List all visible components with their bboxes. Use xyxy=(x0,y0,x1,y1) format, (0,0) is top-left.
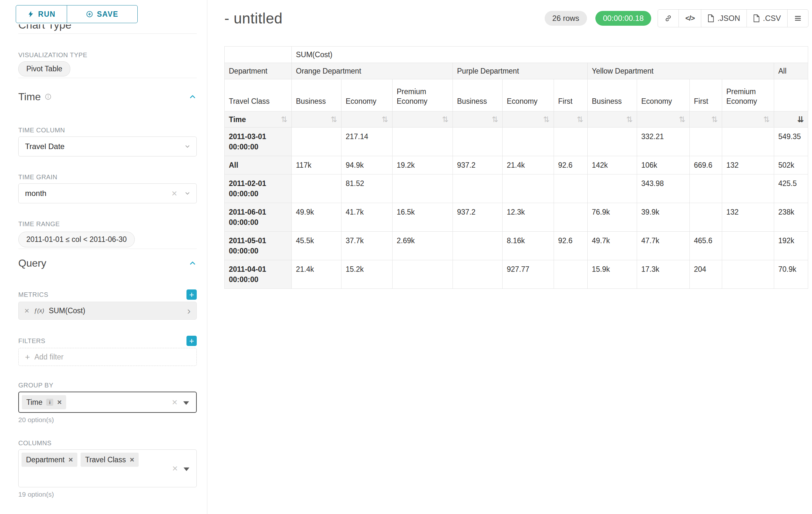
pivot-value-cell: 142k xyxy=(588,156,637,174)
add-metric-button[interactable]: + xyxy=(186,290,197,300)
sort-icon[interactable]: ⇅ xyxy=(492,116,498,124)
tag-label: Travel Class xyxy=(85,456,126,464)
pivot-value-cell: 17.3k xyxy=(637,260,690,289)
hamburger-icon xyxy=(794,15,802,22)
pivot-class-header: First xyxy=(690,79,722,111)
clear-icon[interactable]: × xyxy=(172,464,178,473)
pivot-value-cell: 8.16k xyxy=(502,232,554,260)
sort-cell-content: ⇅ xyxy=(694,116,718,124)
remove-tag-icon[interactable]: × xyxy=(68,456,73,464)
pivot-value-cell xyxy=(393,128,453,156)
pivot-value-cell: 927.77 xyxy=(502,260,554,289)
pivot-value-cell xyxy=(554,203,588,232)
pivot-value-cell: 16.5k xyxy=(393,203,453,232)
pivot-table: SUM(Cost)DepartmentOrange DepartmentPurp… xyxy=(224,46,808,289)
pivot-data-row: 2011-02-01 00:00:0081.52343.98425.5 xyxy=(225,174,808,203)
run-button[interactable]: RUN xyxy=(16,5,67,23)
pivot-class-header: Economy xyxy=(502,79,554,111)
time-grain-select[interactable]: month × xyxy=(18,184,197,204)
sort-icon[interactable]: ⇅ xyxy=(382,116,388,124)
add-filter-plus-button[interactable]: + xyxy=(186,336,197,346)
export-json-button[interactable]: .JSON xyxy=(701,9,747,27)
sort-icon[interactable]: ⇅ xyxy=(763,116,770,124)
chevron-up-icon[interactable] xyxy=(188,92,197,101)
pivot-dept-group-header: Orange Department xyxy=(292,63,453,79)
group-by-label: GROUP BY xyxy=(18,381,197,389)
time-range-label: TIME RANGE xyxy=(18,220,197,228)
remove-tag-icon[interactable]: × xyxy=(57,398,62,406)
sort-icon[interactable]: ⇅ xyxy=(281,116,287,124)
pivot-sort-cell: ⇅ xyxy=(554,111,588,128)
pivot-value-cell xyxy=(502,128,554,156)
time-range-value[interactable]: 2011-01-01 ≤ col < 2011-06-30 xyxy=(18,232,135,247)
pivot-value-cell xyxy=(588,174,637,203)
pivot-value-cell xyxy=(722,128,774,156)
pivot-value-cell: 132 xyxy=(722,203,774,232)
sort-icon[interactable]: ⇅ xyxy=(330,116,337,124)
pivot-body: 2011-03-01 00:00:00217.14332.21549.35All… xyxy=(225,128,808,289)
pivot-dept-group-header: All xyxy=(774,63,808,79)
code-icon: </> xyxy=(685,14,695,23)
control-panel: RUN SAVE Chart Type VISUALIZATION TYPE P… xyxy=(0,0,207,514)
query-section-header[interactable]: Query xyxy=(18,257,197,269)
pivot-row-label: 2011-02-01 00:00:00 xyxy=(225,174,292,203)
clear-icon[interactable]: × xyxy=(171,189,177,198)
chevron-down-icon[interactable] xyxy=(183,401,189,405)
divider xyxy=(18,249,197,249)
pivot-class-header: Premium Economy xyxy=(722,79,774,111)
chart-title[interactable]: - untitled xyxy=(224,10,283,27)
group-by-select[interactable]: Time i × × xyxy=(18,391,197,413)
pivot-value-cell: 332.21 xyxy=(637,128,690,156)
pivot-class-header: Business xyxy=(453,79,502,111)
pivot-corner-cell xyxy=(225,47,292,63)
add-filter-button[interactable]: + Add filter xyxy=(18,348,197,366)
export-csv-button[interactable]: .CSV xyxy=(747,9,788,27)
group-by-options-count: 20 option(s) xyxy=(18,416,197,424)
viz-type-label: VISUALIZATION TYPE xyxy=(18,51,197,59)
sort-desc-icon[interactable]: ⇊ xyxy=(797,116,804,124)
metric-item[interactable]: × ƒ(x) SUM(Cost) › xyxy=(18,302,197,320)
pivot-value-cell: 49.7k xyxy=(588,232,637,260)
sort-icon[interactable]: ⇅ xyxy=(442,116,448,124)
chevron-up-icon[interactable] xyxy=(188,259,197,267)
chevron-down-icon xyxy=(184,190,191,197)
remove-metric-icon[interactable]: × xyxy=(24,306,29,315)
pivot-value-cell: 343.98 xyxy=(637,174,690,203)
sort-icon[interactable]: ⇅ xyxy=(577,116,583,124)
remove-tag-icon[interactable]: × xyxy=(130,456,134,464)
time-column-select[interactable]: Travel Date xyxy=(18,137,197,157)
sort-icon[interactable]: ⇅ xyxy=(679,116,685,124)
divider xyxy=(18,33,197,34)
columns-tag-travel-class[interactable]: Travel Class × xyxy=(81,453,139,467)
caret-right-icon[interactable]: › xyxy=(187,305,191,316)
pivot-value-cell: 39.9k xyxy=(637,203,690,232)
columns-select[interactable]: Department × Travel Class × × xyxy=(18,450,197,487)
sort-icon[interactable]: ⇅ xyxy=(543,116,549,124)
pivot-value-cell xyxy=(690,203,722,232)
save-button[interactable]: SAVE xyxy=(67,5,138,23)
viz-type-value[interactable]: Pivot Table xyxy=(18,61,70,77)
pivot-value-cell: 21.4k xyxy=(292,260,342,289)
menu-button[interactable] xyxy=(787,9,809,27)
pivot-class-axis-label: Travel Class xyxy=(225,79,292,111)
pivot-value-cell xyxy=(722,232,774,260)
sort-icon[interactable]: ⇅ xyxy=(626,116,633,124)
clear-icon[interactable]: × xyxy=(172,397,177,407)
embed-code-button[interactable]: </> xyxy=(678,9,701,27)
sort-icon[interactable]: ⇅ xyxy=(711,116,718,124)
time-section-header[interactable]: Time xyxy=(18,91,197,103)
pivot-class-header: Premium Economy xyxy=(393,79,453,111)
columns-tag-department[interactable]: Department × xyxy=(22,453,77,467)
pivot-value-cell xyxy=(722,260,774,289)
pivot-value-cell: 937.2 xyxy=(453,203,502,232)
copy-link-button[interactable] xyxy=(658,9,679,27)
pivot-class-header: Business xyxy=(588,79,637,111)
pivot-sort-cell: ⇅ xyxy=(453,111,502,128)
pivot-value-cell xyxy=(453,260,502,289)
chart-header-controls: 26 rows 00:00:00.18 </> xyxy=(545,9,809,27)
chart-header: - untitled 26 rows 00:00:00.18 </> xyxy=(224,9,809,28)
pivot-value-cell: 41.7k xyxy=(342,203,393,232)
group-by-tag[interactable]: Time i × xyxy=(22,395,66,409)
pivot-value-cell: 94.9k xyxy=(342,156,393,174)
chevron-down-icon[interactable] xyxy=(183,467,190,471)
